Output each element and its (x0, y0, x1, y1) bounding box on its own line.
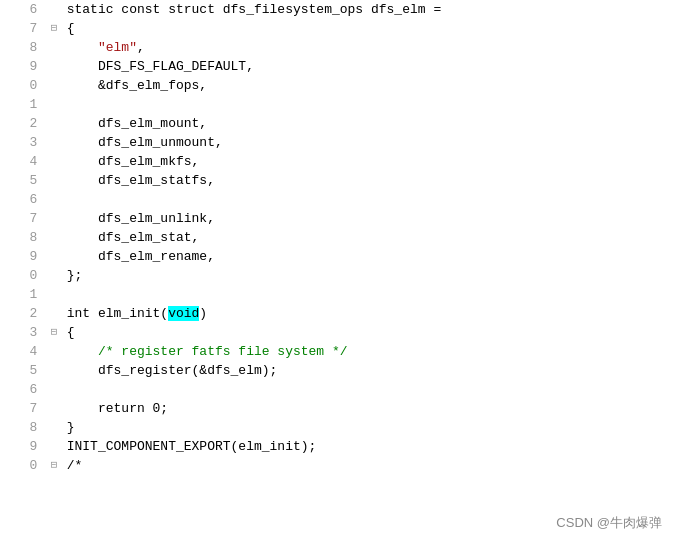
code-line: /* register fatfs file system */ (65, 342, 674, 361)
code-text: static const struct dfs_filesystem_ops d… (67, 2, 441, 17)
code-text: } (67, 420, 75, 435)
code-text: dfs_elm_statfs, (67, 173, 215, 188)
line-number: 4 (0, 152, 45, 171)
table-row: 2int elm_init(void) (0, 304, 674, 323)
table-row: 1 (0, 285, 674, 304)
fold-icon (45, 0, 64, 19)
code-line (65, 95, 674, 114)
code-text (67, 40, 98, 55)
code-line (65, 380, 674, 399)
table-row: 7 return 0; (0, 399, 674, 418)
table-row: 4 dfs_elm_mkfs, (0, 152, 674, 171)
table-row: 7 dfs_elm_unlink, (0, 209, 674, 228)
code-line: }; (65, 266, 674, 285)
line-number: 4 (0, 342, 45, 361)
code-line: dfs_elm_unlink, (65, 209, 674, 228)
code-line: "elm", (65, 38, 674, 57)
code-text: }; (67, 268, 83, 283)
fold-icon (45, 152, 64, 171)
line-number: 8 (0, 38, 45, 57)
watermark: CSDN @牛肉爆弹 (556, 514, 662, 532)
table-row: 5 dfs_register(&dfs_elm); (0, 361, 674, 380)
code-line: } (65, 418, 674, 437)
string-literal: "elm" (98, 40, 137, 55)
fold-icon[interactable]: ⊟ (45, 323, 64, 342)
code-container: 6static const struct dfs_filesystem_ops … (0, 0, 674, 540)
highlighted-word: void (168, 306, 199, 321)
code-text: dfs_elm_unmount, (67, 135, 223, 150)
code-text: dfs_register(&dfs_elm); (67, 363, 278, 378)
table-row: 6 (0, 190, 674, 209)
table-row: 0⊟/* (0, 456, 674, 475)
comment-text: /* register fatfs file system */ (98, 344, 348, 359)
code-text: { (67, 325, 75, 340)
code-line: int elm_init(void) (65, 304, 674, 323)
code-line: { (65, 323, 674, 342)
code-line (65, 285, 674, 304)
code-line: INIT_COMPONENT_EXPORT(elm_init); (65, 437, 674, 456)
fold-icon (45, 190, 64, 209)
code-line: { (65, 19, 674, 38)
fold-icon (45, 304, 64, 323)
table-row: 2 dfs_elm_mount, (0, 114, 674, 133)
fold-icon (45, 171, 64, 190)
fold-icon (45, 228, 64, 247)
fold-icon[interactable]: ⊟ (45, 19, 64, 38)
line-number: 6 (0, 0, 45, 19)
code-line: dfs_register(&dfs_elm); (65, 361, 674, 380)
table-row: 0}; (0, 266, 674, 285)
fold-icon[interactable]: ⊟ (45, 456, 64, 475)
table-row: 3⊟{ (0, 323, 674, 342)
fold-icon (45, 247, 64, 266)
table-row: 8 dfs_elm_stat, (0, 228, 674, 247)
table-row: 6static const struct dfs_filesystem_ops … (0, 0, 674, 19)
line-number: 7 (0, 399, 45, 418)
line-number: 0 (0, 456, 45, 475)
fold-icon (45, 76, 64, 95)
code-line: dfs_elm_mkfs, (65, 152, 674, 171)
code-text: dfs_elm_unlink, (67, 211, 215, 226)
code-line: return 0; (65, 399, 674, 418)
line-number: 8 (0, 418, 45, 437)
line-number: 0 (0, 76, 45, 95)
code-text: dfs_elm_mkfs, (67, 154, 200, 169)
fold-icon (45, 342, 64, 361)
table-row: 7⊟{ (0, 19, 674, 38)
line-number: 2 (0, 114, 45, 133)
code-text: , (137, 40, 145, 55)
line-number: 3 (0, 133, 45, 152)
line-number: 9 (0, 57, 45, 76)
code-line: dfs_elm_stat, (65, 228, 674, 247)
line-number: 0 (0, 266, 45, 285)
line-number: 2 (0, 304, 45, 323)
line-number: 3 (0, 323, 45, 342)
code-text: &dfs_elm_fops, (67, 78, 207, 93)
code-text: int elm_init( (67, 306, 168, 321)
fold-icon (45, 95, 64, 114)
code-text: { (67, 21, 75, 36)
fold-icon (45, 285, 64, 304)
code-line: dfs_elm_unmount, (65, 133, 674, 152)
line-number: 6 (0, 380, 45, 399)
code-line: DFS_FS_FLAG_DEFAULT, (65, 57, 674, 76)
fold-icon (45, 133, 64, 152)
fold-icon (45, 437, 64, 456)
code-text: dfs_elm_mount, (67, 116, 207, 131)
fold-icon (45, 380, 64, 399)
fold-icon (45, 114, 64, 133)
code-line: dfs_elm_statfs, (65, 171, 674, 190)
line-number: 5 (0, 171, 45, 190)
code-text: ) (199, 306, 207, 321)
code-line: /* (65, 456, 674, 475)
line-number: 1 (0, 285, 45, 304)
line-number: 6 (0, 190, 45, 209)
fold-icon (45, 266, 64, 285)
code-line: dfs_elm_rename, (65, 247, 674, 266)
fold-icon (45, 361, 64, 380)
table-row: 0 &dfs_elm_fops, (0, 76, 674, 95)
line-number: 9 (0, 247, 45, 266)
code-text (67, 344, 98, 359)
table-row: 9INIT_COMPONENT_EXPORT(elm_init); (0, 437, 674, 456)
table-row: 3 dfs_elm_unmount, (0, 133, 674, 152)
code-table: 6static const struct dfs_filesystem_ops … (0, 0, 674, 475)
